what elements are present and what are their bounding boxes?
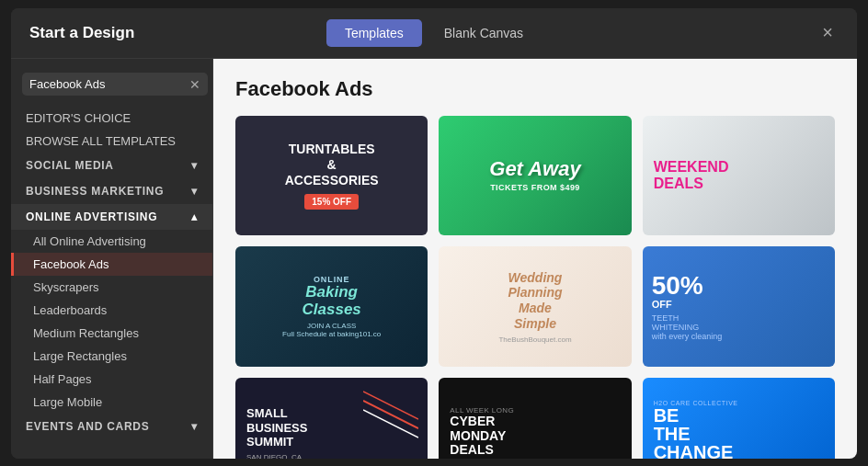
sidebar-category-social-media-label: SOCIAL MEDIA [26,159,114,172]
sidebar-category-social-media[interactable]: SOCIAL MEDIA ▾ [11,153,212,178]
card-turntables-badge: 15% OFF [304,194,359,210]
card-teeth-content: 50% OFF TEETHWHITENINGwith every cleanin… [643,246,835,367]
template-card-getaway[interactable]: Get Away TICKETS FROM $499 [439,116,631,236]
sidebar-item-leaderboards[interactable]: Leaderboards [11,299,212,322]
template-card-turntables[interactable]: TURNTABLES&ACCESSORIES 15% OFF [235,116,428,236]
template-card-change[interactable]: H2O CARE COLLECTIVE BETHECHANGE DONATE N… [643,378,835,458]
template-card-wedding[interactable]: WeddingPlanningMadeSimple TheBushBouquet… [439,246,631,367]
card-change-title: BETHECHANGE [654,406,734,459]
card-summit-title: SmallBusinessSummit [246,406,307,449]
main-content-title: Facebook Ads [235,77,835,101]
template-card-summit[interactable]: SmallBusinessSummit SAN DIEGO, CAAPRIL 5… [235,378,428,458]
sidebar-category-online-advertising[interactable]: ONLINE ADVERTISING ▴ [11,204,212,230]
search-input[interactable] [29,77,184,91]
card-getaway-title: Get Away [489,159,580,179]
sidebar-editors-choice[interactable]: EDITOR'S CHOICE [11,107,212,130]
chevron-down-icon: ▾ [191,159,198,172]
sidebar-category-events-cards-label: EVENTS AND CARDS [26,420,149,433]
card-weekend-title: WEEKENDDEALS [654,159,729,191]
card-baking-sub: JOIN A CLASSFull Schedule at baking101.c… [282,322,381,338]
card-wedding-title: WeddingPlanningMadeSimple [508,270,562,332]
template-card-teeth[interactable]: 50% OFF TEETHWHITENINGwith every cleanin… [643,246,835,367]
summit-lines-icon [363,387,418,442]
card-teeth-off: OFF [652,299,672,310]
chevron-down-icon-3: ▾ [191,420,198,433]
sidebar-item-large-mobile[interactable]: Large Mobile [11,391,212,414]
chevron-down-icon-2: ▾ [191,185,198,198]
sidebar-category-events-cards[interactable]: EVENTS AND CARDS ▾ [11,414,212,439]
sidebar-category-online-advertising-label: ONLINE ADVERTISING [26,210,157,223]
tab-group: Templates Blank Canvas [326,19,542,47]
search-bar: ✕ [22,70,201,99]
templates-grid: TURNTABLES&ACCESSORIES 15% OFF Get Away … [235,116,835,459]
search-input-wrapper: ✕ [22,73,208,96]
card-teeth-percent: 50% [652,273,703,299]
clear-search-button[interactable]: ✕ [189,78,200,91]
main-content: Facebook Ads TURNTABLES&ACCESSORIES 15% … [213,59,857,459]
template-card-baking[interactable]: Online BakingClasses JOIN A CLASSFull Sc… [235,246,428,367]
sidebar-item-half-pages[interactable]: Half Pages [11,368,212,391]
sidebar: ✕ EDITOR'S CHOICE BROWSE ALL TEMPLATES S… [11,59,213,459]
chevron-up-icon: ▴ [191,210,198,223]
sidebar-item-medium-rectangles[interactable]: Medium Rectangles [11,322,212,345]
card-teeth-desc: TEETHWHITENINGwith every cleaning [652,313,723,341]
close-button[interactable]: × [817,20,839,45]
tab-templates[interactable]: Templates [326,19,422,47]
card-summit-sub: SAN DIEGO, CAAPRIL 5TH [246,453,302,459]
card-turntables-title: TURNTABLES&ACCESSORIES [285,142,379,188]
sidebar-item-skyscrapers[interactable]: Skyscrapers [11,276,212,299]
sidebar-browse-templates[interactable]: BROWSE ALL TEMPLATES [11,130,212,153]
sidebar-category-business-marketing[interactable]: BUSINESS MARKETING ▾ [11,178,212,204]
sidebar-item-facebook-ads[interactable]: Facebook Ads [11,253,212,276]
modal-header: Start a Design Templates Blank Canvas × [11,8,857,59]
modal-body: ✕ EDITOR'S CHOICE BROWSE ALL TEMPLATES S… [11,59,857,459]
sidebar-category-business-marketing-label: BUSINESS MARKETING [26,185,164,198]
modal-title: Start a Design [29,24,326,42]
tab-blank-canvas[interactable]: Blank Canvas [426,19,542,47]
sidebar-item-large-rectangles[interactable]: Large Rectangles [11,345,212,368]
template-card-weekend[interactable]: WEEKENDDEALS [643,116,835,236]
card-getaway-sub: TICKETS FROM $499 [490,183,580,192]
card-wedding-sub: TheBushBouquet.com [498,335,571,344]
template-card-cyber[interactable]: All Week Long CYBERMONDAYDEALS SHOP NOW [439,378,631,458]
start-a-design-modal: Start a Design Templates Blank Canvas × … [11,8,857,459]
card-cyber-title: CYBERMONDAYDEALS [450,415,506,457]
card-baking-title: BakingClasses [303,284,361,318]
sidebar-item-all-online-advertising[interactable]: All Online Advertising [11,230,212,253]
